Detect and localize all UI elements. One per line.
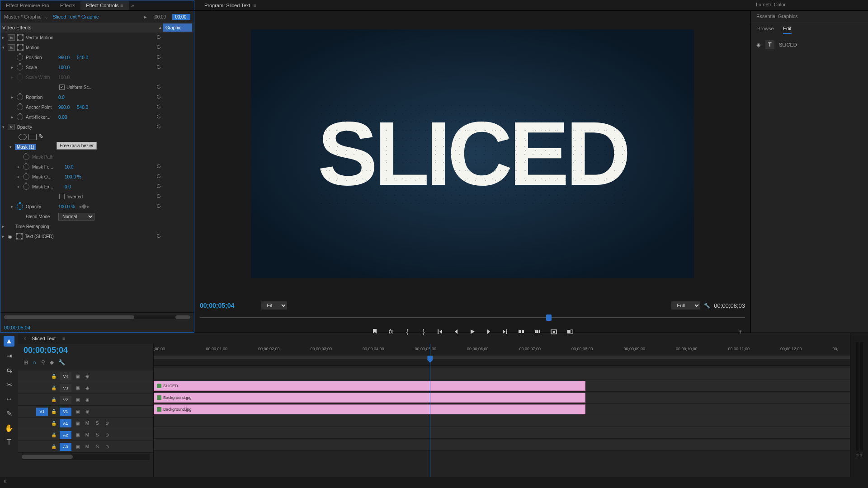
collapse-icon[interactable]: ▲: [158, 25, 162, 30]
ripple-tool-icon[interactable]: ⇆: [4, 365, 14, 375]
tab-effect-premiere[interactable]: Effect Premiere Pro: [0, 1, 55, 10]
export-frame-icon[interactable]: [549, 327, 559, 337]
resolution-select[interactable]: Full: [671, 301, 700, 310]
comparison-icon[interactable]: [565, 327, 575, 337]
linked-icon[interactable]: ⚲: [41, 359, 45, 366]
track-v2[interactable]: V2: [60, 396, 71, 404]
tab-effect-controls[interactable]: Effect Controls≡: [80, 1, 128, 10]
track-lane-a1[interactable]: [154, 415, 850, 427]
reset-icon[interactable]: [156, 44, 162, 51]
track-lane-a2[interactable]: [154, 427, 850, 439]
twirl-icon[interactable]: ▸: [2, 224, 8, 229]
inverted-checkbox[interactable]: [59, 194, 65, 199]
pen-tool-icon[interactable]: ✎: [4, 408, 14, 419]
mask-opacity-value[interactable]: 100.0 %: [65, 174, 81, 179]
lock-icon[interactable]: 🔒: [50, 385, 58, 392]
program-tab[interactable]: Program: Sliced Text ≡: [199, 0, 262, 10]
reset-icon[interactable]: [156, 203, 162, 210]
eye-icon[interactable]: ◉: [83, 385, 91, 392]
twirl-icon[interactable]: ▸: [11, 95, 17, 99]
go-to-out-icon[interactable]: [500, 327, 510, 337]
motion-label[interactable]: Motion: [26, 45, 39, 50]
time-ruler[interactable]: ;00;0000;00;01;0000;00;02;0000;00;03;000…: [154, 344, 850, 366]
anchor-y-value[interactable]: 540.0: [77, 105, 88, 110]
track-lane-v4[interactable]: [154, 368, 850, 380]
blend-mode-select[interactable]: Normal: [58, 213, 94, 221]
lock-icon[interactable]: 🔒: [50, 443, 58, 450]
reset-icon[interactable]: [156, 174, 162, 180]
twirl-icon[interactable]: ▾: [2, 125, 8, 129]
text-layer-label[interactable]: Text (SLICED): [25, 234, 54, 239]
solo-button[interactable]: S: [93, 443, 101, 450]
playhead-line[interactable]: [430, 344, 430, 477]
lock-icon[interactable]: 🔒: [50, 432, 58, 439]
reset-icon[interactable]: [156, 104, 162, 110]
go-to-in-icon[interactable]: [435, 327, 445, 337]
add-keyframe-icon[interactable]: [81, 204, 86, 209]
eye-icon[interactable]: ◉: [8, 234, 14, 239]
step-back-icon[interactable]: [451, 327, 461, 337]
mask-expansion-value[interactable]: 0.0: [65, 184, 71, 189]
reset-icon[interactable]: [156, 233, 162, 239]
track-v4[interactable]: V4: [60, 372, 71, 380]
tab-menu-icon[interactable]: ≡: [120, 3, 123, 8]
twirl-icon[interactable]: ▸: [18, 174, 23, 179]
track-lane-v1[interactable]: Background.jpg: [154, 404, 850, 415]
voice-icon[interactable]: ⊙: [103, 420, 111, 427]
twirl-icon[interactable]: ▾: [2, 45, 8, 50]
settings-icon[interactable]: 🔧: [58, 359, 65, 366]
mask-1-label[interactable]: Mask (1): [15, 144, 36, 150]
zoom-select[interactable]: Fit: [261, 301, 287, 310]
twirl-icon[interactable]: ▸: [2, 234, 8, 239]
magnet-icon[interactable]: ∩: [33, 359, 37, 366]
stopwatch-icon[interactable]: [17, 104, 23, 110]
reset-icon[interactable]: [156, 193, 162, 200]
stopwatch-icon[interactable]: [23, 183, 29, 190]
lumetri-tab[interactable]: Lumetri Color: [750, 0, 868, 10]
rotation-value[interactable]: 0.0: [58, 95, 65, 100]
opacity-effect-label[interactable]: Opacity: [17, 125, 32, 130]
slip-tool-icon[interactable]: ↔: [4, 394, 14, 404]
go-to-in-icon[interactable]: ▸: [144, 14, 147, 20]
track-toggle-icon[interactable]: ▣: [73, 385, 81, 392]
reset-icon[interactable]: [156, 124, 162, 130]
stopwatch-icon[interactable]: [23, 174, 29, 180]
in-point-icon[interactable]: {: [402, 327, 412, 337]
reset-icon[interactable]: [156, 34, 162, 41]
master-clip-label[interactable]: Master * Graphic: [4, 14, 42, 19]
track-toggle-icon[interactable]: ▣: [73, 420, 81, 427]
rectangle-mask-button[interactable]: [28, 134, 37, 140]
lift-icon[interactable]: [516, 327, 526, 337]
razor-tool-icon[interactable]: ✂: [4, 379, 14, 390]
playhead-marker[interactable]: [546, 314, 552, 321]
source-v1[interactable]: V1: [36, 408, 48, 416]
graphics-layer-row[interactable]: ◉ T SLICED: [751, 38, 868, 52]
track-a2[interactable]: A2: [60, 431, 71, 439]
stopwatch-icon[interactable]: [17, 54, 23, 61]
voice-icon[interactable]: ⊙: [103, 443, 111, 450]
track-lane-a3[interactable]: [154, 439, 850, 450]
fx-badge-icon[interactable]: fx: [8, 124, 15, 130]
fx-badge-icon[interactable]: fx: [8, 34, 15, 41]
track-toggle-icon[interactable]: ▣: [73, 408, 81, 415]
ec-scrollbar[interactable]: [4, 315, 134, 319]
stopwatch-icon[interactable]: [23, 164, 29, 170]
stopwatch-icon[interactable]: [23, 154, 29, 160]
twirl-icon[interactable]: ▸: [18, 184, 23, 189]
tab-overflow-icon[interactable]: »: [129, 3, 137, 8]
track-toggle-icon[interactable]: ▣: [73, 432, 81, 439]
track-a3[interactable]: A3: [60, 443, 71, 451]
sequence-tab[interactable]: Sliced Text ≡: [26, 336, 66, 341]
timeline-time[interactable]: 00;00;05;04: [18, 344, 153, 357]
ellipse-mask-button[interactable]: [19, 134, 27, 140]
twirl-icon[interactable]: ▸: [11, 115, 17, 119]
uniform-scale-checkbox[interactable]: ✓: [59, 84, 65, 90]
anchor-x-value[interactable]: 960.0: [58, 105, 70, 110]
stopwatch-icon[interactable]: [17, 64, 23, 70]
track-toggle-icon[interactable]: ▣: [73, 373, 81, 380]
antiflicker-value[interactable]: 0.00: [58, 115, 67, 120]
opacity-value[interactable]: 100.0 %: [58, 204, 75, 209]
prev-keyframe-icon[interactable]: ◀: [79, 205, 81, 209]
selection-tool-icon[interactable]: ▲: [4, 336, 14, 347]
track-toggle-icon[interactable]: ▣: [73, 443, 81, 450]
